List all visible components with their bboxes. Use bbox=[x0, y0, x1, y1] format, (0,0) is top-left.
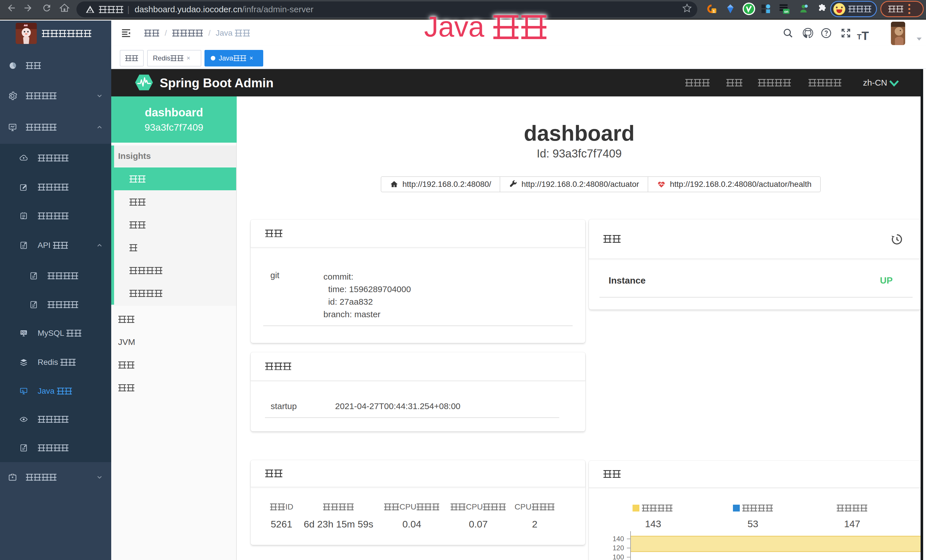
svg-text:SQL: SQL bbox=[21, 331, 27, 334]
svg-text:1: 1 bbox=[713, 9, 715, 14]
svg-text:on: on bbox=[784, 10, 788, 14]
